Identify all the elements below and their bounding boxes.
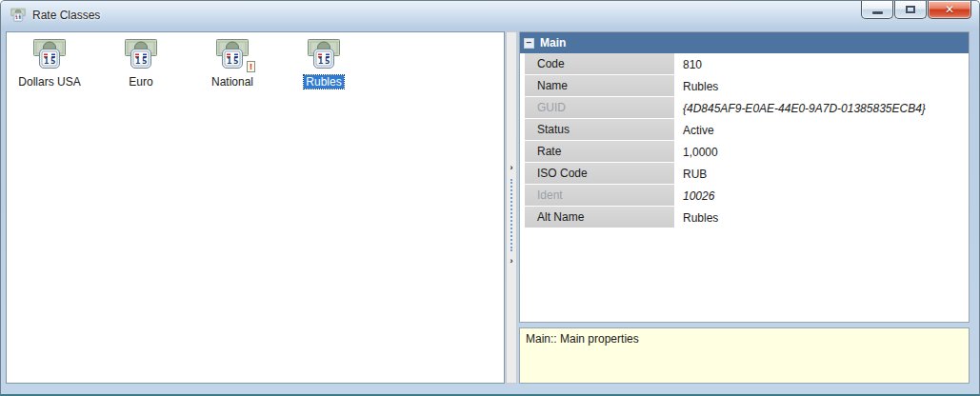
property-row-rate[interactable]: Rate 1,0000 bbox=[520, 141, 969, 163]
collapse-icon[interactable]: − bbox=[524, 38, 534, 49]
close-icon: ✕ bbox=[945, 4, 954, 15]
property-label: Rate bbox=[525, 141, 674, 163]
money-icon bbox=[305, 38, 343, 70]
window-title: Rate Classes bbox=[32, 9, 100, 22]
property-label: Alt Name bbox=[525, 207, 674, 228]
minimize-icon bbox=[872, 11, 883, 14]
property-label: Name bbox=[525, 75, 674, 97]
splitter-dotted-handle[interactable] bbox=[510, 179, 512, 251]
list-item-label: Dollars USA bbox=[16, 75, 82, 89]
property-grid: − Main Code 810 Name Rubles GUID {4D845A… bbox=[519, 31, 970, 323]
minimize-button[interactable] bbox=[861, 1, 893, 19]
list-item-national[interactable]: ! National bbox=[193, 38, 271, 89]
property-row-code[interactable]: Code 810 bbox=[520, 53, 969, 75]
property-label: Ident bbox=[525, 185, 674, 207]
rate-classes-window: Rate Classes ✕ Dollars USA bbox=[0, 0, 980, 396]
property-value[interactable]: 1,0000 bbox=[674, 141, 969, 163]
maximize-button[interactable] bbox=[894, 1, 927, 19]
property-row-status[interactable]: Status Active bbox=[520, 119, 969, 141]
list-item-euro[interactable]: Euro bbox=[102, 38, 180, 89]
properties-panel: − Main Code 810 Name Rubles GUID {4D845A… bbox=[519, 31, 970, 384]
client-area: Dollars USA Euro ! National Rubles bbox=[6, 30, 970, 384]
property-value[interactable]: Rubles bbox=[674, 207, 969, 228]
money-icon bbox=[30, 38, 69, 70]
property-label: ISO Code bbox=[525, 163, 674, 185]
rate-class-list: Dollars USA Euro ! National Rubles bbox=[6, 31, 505, 384]
property-group-header-main[interactable]: − Main bbox=[520, 32, 969, 53]
property-label: Status bbox=[525, 119, 674, 141]
property-value: {4D845AF9-E0AE-44E0-9A7D-01385835ECB4} bbox=[674, 97, 969, 119]
property-row-name[interactable]: Name Rubles bbox=[520, 75, 969, 97]
list-item-rubles[interactable]: Rubles bbox=[285, 38, 363, 89]
panel-splitter[interactable]: › › bbox=[506, 31, 517, 384]
splitter-collapse-arrow-icon[interactable]: › bbox=[507, 251, 516, 270]
property-label: GUID bbox=[525, 97, 674, 119]
close-button[interactable]: ✕ bbox=[928, 1, 971, 19]
property-row-ident[interactable]: Ident 10026 bbox=[520, 185, 969, 207]
property-row-iso-code[interactable]: ISO Code RUB bbox=[520, 163, 969, 185]
list-item-label: Euro bbox=[127, 75, 154, 89]
property-row-guid[interactable]: GUID {4D845AF9-E0AE-44E0-9A7D-01385835EC… bbox=[520, 97, 969, 119]
property-value: 10026 bbox=[674, 185, 969, 207]
property-label: Code bbox=[525, 53, 674, 75]
list-item-label: Rubles bbox=[304, 75, 343, 89]
warning-icon: ! bbox=[247, 61, 255, 72]
group-title: Main bbox=[540, 36, 566, 50]
property-value[interactable]: Active bbox=[674, 119, 969, 141]
maximize-icon bbox=[906, 6, 915, 13]
list-item-dollars-usa[interactable]: Dollars USA bbox=[10, 38, 89, 89]
window-controls: ✕ bbox=[860, 1, 971, 19]
title-bar[interactable]: Rate Classes ✕ bbox=[1, 1, 979, 30]
property-description: Main:: Main properties bbox=[519, 327, 970, 384]
splitter-collapse-arrow-icon[interactable]: › bbox=[507, 158, 516, 177]
list-item-label: National bbox=[210, 75, 255, 89]
money-icon bbox=[213, 38, 251, 70]
app-money-icon bbox=[10, 8, 27, 23]
money-icon bbox=[122, 38, 160, 70]
property-value[interactable]: Rubles bbox=[674, 75, 969, 97]
property-value[interactable]: 810 bbox=[674, 53, 969, 75]
property-row-alt-name[interactable]: Alt Name Rubles bbox=[520, 207, 969, 228]
property-value[interactable]: RUB bbox=[674, 163, 969, 185]
